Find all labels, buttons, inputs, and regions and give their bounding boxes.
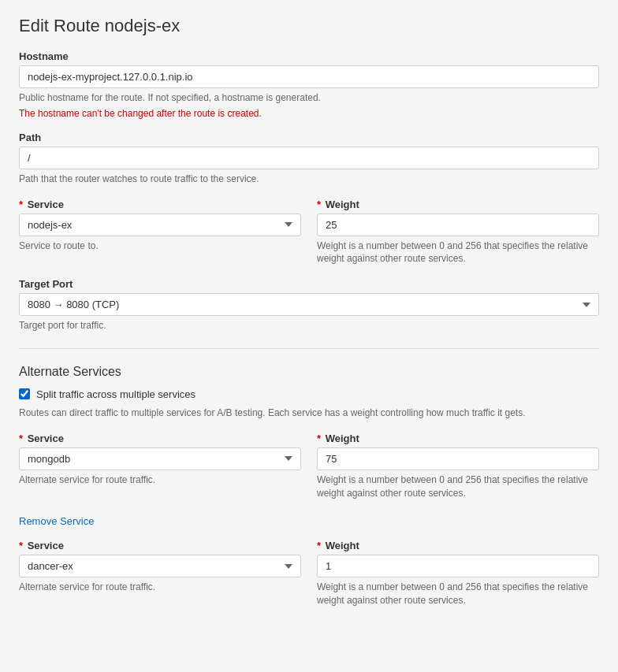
alt-weight-1-label: * Weight bbox=[317, 433, 599, 444]
split-traffic-row: Split traffic across multiple services bbox=[19, 388, 599, 400]
alt-weight-1-col: * Weight Weight is a number between 0 an… bbox=[317, 433, 599, 500]
service-col: * Service nodejs-ex Service to route to. bbox=[19, 199, 301, 266]
alt-service-1-help: Alternate service for route traffic. bbox=[19, 473, 301, 487]
service-label: * Service bbox=[19, 199, 301, 210]
alt-service-2-col: * Service dancer-ex Alternate service fo… bbox=[19, 540, 301, 607]
hostname-help: Public hostname for the route. If not sp… bbox=[19, 91, 599, 105]
alt-weight-2-input[interactable] bbox=[317, 555, 599, 577]
target-port-group: Target Port 8080 → 8080 (TCP) Target por… bbox=[19, 278, 599, 332]
page-title: Edit Route nodejs-ex bbox=[19, 16, 599, 36]
weight-help: Weight is a number between 0 and 256 tha… bbox=[317, 239, 599, 266]
alt-service-1-row: * Service mongodb Alternate service for … bbox=[19, 433, 599, 500]
weight-input[interactable] bbox=[317, 213, 599, 236]
remove-service-link[interactable]: Remove Service bbox=[19, 515, 94, 527]
alt-service-2-label: * Service bbox=[19, 540, 301, 551]
alt-service-2-help: Alternate service for route traffic. bbox=[19, 581, 301, 594]
weight-label: * Weight bbox=[317, 199, 599, 210]
alternate-services-title: Alternate Services bbox=[19, 365, 599, 379]
alternate-services-section: Alternate Services Split traffic across … bbox=[19, 365, 599, 607]
alt-service-2-select[interactable]: dancer-ex bbox=[19, 555, 301, 577]
service-help: Service to route to. bbox=[19, 239, 301, 253]
alt-weight-1-input[interactable] bbox=[317, 447, 599, 470]
hostname-input[interactable] bbox=[19, 65, 599, 88]
alt-weight-2-help: Weight is a number between 0 and 256 tha… bbox=[317, 581, 599, 607]
target-port-help: Target port for traffic. bbox=[19, 319, 599, 332]
alt-weight-2-label: * Weight bbox=[317, 540, 599, 551]
hostname-label: Hostname bbox=[19, 50, 599, 62]
alt-service-1-col: * Service mongodb Alternate service for … bbox=[19, 433, 301, 500]
path-input[interactable] bbox=[19, 147, 599, 169]
target-port-label: Target Port bbox=[19, 278, 599, 290]
alt-service-1-label: * Service bbox=[19, 433, 301, 444]
hostname-warning: The hostname can't be changed after the … bbox=[19, 108, 599, 119]
weight-col: * Weight Weight is a number between 0 an… bbox=[317, 199, 599, 266]
alt-weight-2-col: * Weight Weight is a number between 0 an… bbox=[317, 540, 599, 607]
divider bbox=[19, 348, 599, 349]
path-help: Path that the router watches to route tr… bbox=[19, 173, 599, 186]
service-weight-row: * Service nodejs-ex Service to route to.… bbox=[19, 199, 599, 266]
hostname-group: Hostname Public hostname for the route. … bbox=[19, 50, 599, 119]
target-port-select[interactable]: 8080 → 8080 (TCP) bbox=[19, 293, 599, 316]
path-label: Path bbox=[19, 132, 599, 143]
alt-weight-1-help: Weight is a number between 0 and 256 tha… bbox=[317, 473, 599, 500]
split-traffic-checkbox[interactable] bbox=[19, 388, 30, 399]
split-traffic-label: Split traffic across multiple services bbox=[36, 388, 195, 400]
alternate-services-description: Routes can direct traffic to multiple se… bbox=[19, 407, 599, 420]
path-group: Path Path that the router watches to rou… bbox=[19, 132, 599, 186]
alt-service-2-row: * Service dancer-ex Alternate service fo… bbox=[19, 540, 599, 607]
service-select[interactable]: nodejs-ex bbox=[19, 213, 301, 236]
alt-service-1-select[interactable]: mongodb bbox=[19, 447, 301, 470]
